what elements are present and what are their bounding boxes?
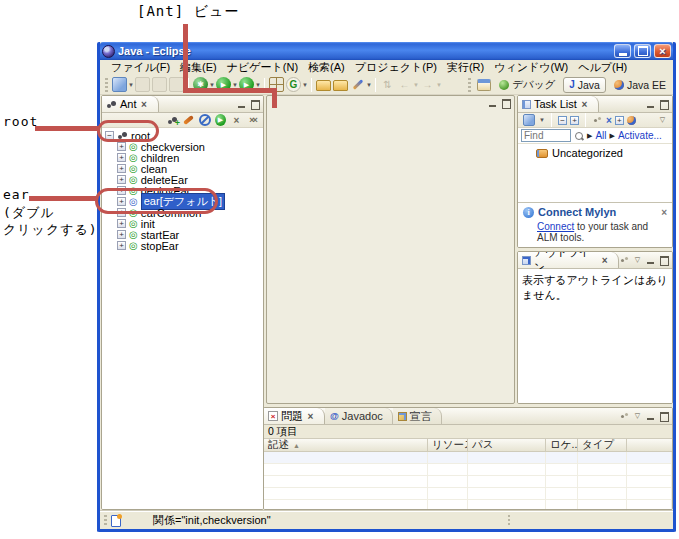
close-icon[interactable] [601, 255, 610, 266]
maximize-button[interactable] [634, 44, 651, 58]
tab-ant[interactable]: Ant [102, 96, 159, 112]
tab-task-list[interactable]: Task List [518, 96, 599, 112]
column-path[interactable]: パス [468, 439, 546, 451]
expand-icon[interactable] [117, 219, 126, 228]
problems-table-body[interactable] [264, 452, 672, 510]
maximize-view-icon[interactable] [249, 99, 260, 109]
export-folder-icon[interactable] [333, 80, 348, 91]
tab-problems[interactable]: 問題 [264, 408, 325, 424]
clear-icon[interactable] [606, 115, 612, 126]
group-by-icon[interactable] [570, 116, 579, 125]
tab-outline[interactable]: アウトライン [518, 252, 619, 268]
minimize-view-icon[interactable] [645, 411, 656, 421]
menu-item-navigate[interactable]: ナビゲート(N) [222, 60, 303, 75]
menu-item-project[interactable]: プロジェクト(P) [350, 60, 442, 75]
problems-table-header: 記述 リソース パス ロケ... タイプ [264, 438, 672, 452]
chevron-down-icon[interactable]: ▼ [255, 82, 261, 88]
menu-item-search[interactable]: 検索(A) [303, 60, 350, 75]
run-target-icon[interactable] [215, 114, 226, 126]
expand-icon[interactable] [117, 142, 126, 151]
column-description[interactable]: 記述 [264, 439, 428, 451]
minimize-view-icon[interactable] [487, 98, 498, 108]
close-icon[interactable] [580, 99, 589, 110]
expand-icon[interactable] [117, 175, 126, 184]
close-icon[interactable] [661, 207, 667, 218]
filter-all-link[interactable]: All [595, 130, 606, 141]
tree-item-deleteEar[interactable]: deleteEar [102, 174, 263, 185]
minimize-view-icon[interactable] [236, 99, 247, 109]
category-uncategorized[interactable]: Uncategorized [536, 147, 672, 159]
tree-item-init[interactable]: init [102, 218, 263, 229]
menu-item-help[interactable]: ヘルプ(H) [573, 60, 632, 75]
expand-icon[interactable] [117, 241, 126, 250]
expand-icon[interactable] [117, 164, 126, 173]
tree-item-checkversion[interactable]: checkversion [102, 141, 263, 152]
perspective-javaee[interactable]: Java EE [609, 78, 671, 92]
activate-link[interactable]: Activate... [618, 130, 662, 141]
minimize-view-icon[interactable] [645, 99, 656, 109]
connector-icon[interactable] [627, 116, 636, 125]
focus-icon[interactable] [619, 255, 630, 265]
column-resource[interactable]: リソース [428, 439, 468, 451]
open-perspective-icon[interactable] [477, 79, 491, 91]
chevron-down-icon[interactable]: ▼ [209, 82, 215, 88]
column-type[interactable]: タイプ [578, 439, 627, 451]
minimize-button[interactable] [614, 44, 631, 58]
connect-link[interactable]: Connect [537, 221, 574, 232]
menu-item-file[interactable]: ファイル(F) [106, 60, 175, 75]
remove-all-icon[interactable] [246, 114, 259, 127]
generate-icon[interactable] [286, 77, 301, 92]
add-buildfiles-icon[interactable]: + [166, 114, 179, 127]
editor-area[interactable] [266, 95, 515, 404]
chevron-down-icon[interactable]: ▼ [302, 82, 308, 88]
chevron-down-icon[interactable]: ▼ [232, 82, 238, 88]
remove-icon[interactable] [230, 114, 243, 127]
filter-internal-targets-icon[interactable] [198, 114, 211, 127]
tab-javadoc[interactable]: Javadoc [325, 408, 393, 424]
toolbar-grip[interactable] [468, 78, 471, 92]
tree-item-clean[interactable]: clean [102, 163, 263, 174]
menu-item-run[interactable]: 実行(R) [442, 60, 489, 75]
toolbar-grip[interactable] [105, 78, 108, 92]
categorized-icon[interactable] [558, 116, 567, 125]
new-wizard-icon[interactable] [112, 77, 127, 92]
tree-item-stopEar[interactable]: stopEar [102, 240, 263, 251]
close-button[interactable] [654, 44, 671, 58]
chevron-down-icon[interactable]: ▼ [539, 117, 545, 123]
tree-item-children[interactable]: children [102, 152, 263, 163]
chevron-down-icon[interactable]: ▼ [128, 82, 134, 88]
menu-item-window[interactable]: ウィンドウ(W) [489, 60, 573, 75]
maximize-view-icon[interactable] [658, 411, 669, 421]
expand-icon[interactable] [117, 230, 126, 239]
perspective-java[interactable]: J Java [563, 77, 606, 93]
maximize-view-icon[interactable] [658, 99, 669, 109]
close-icon[interactable] [306, 411, 315, 422]
view-menu-icon[interactable] [632, 255, 643, 265]
search-buildfiles-icon[interactable] [182, 114, 195, 127]
filter-icon[interactable] [619, 411, 630, 421]
table-row [264, 500, 672, 510]
debug-perspective-icon [499, 80, 509, 90]
open-folder-icon[interactable] [316, 80, 331, 91]
sort-ascending-icon [293, 442, 300, 449]
maximize-view-icon[interactable] [658, 255, 669, 265]
close-icon[interactable] [140, 99, 149, 110]
chevron-down-icon[interactable]: ▼ [366, 82, 372, 88]
view-menu-icon[interactable] [657, 115, 668, 125]
new-task-icon[interactable] [523, 114, 535, 126]
find-input[interactable] [521, 129, 571, 142]
scheduled-icon[interactable] [592, 115, 603, 125]
tree-item-startEar[interactable]: startEar [102, 229, 263, 240]
search-wand-icon[interactable] [350, 77, 365, 92]
view-menu-icon[interactable] [632, 411, 643, 421]
maximize-view-icon[interactable] [500, 98, 511, 108]
perspective-debug[interactable]: デバッグ [494, 77, 560, 93]
callout-line-vertical [183, 24, 188, 90]
expand-icon[interactable] [117, 153, 126, 162]
minimize-view-icon[interactable] [645, 255, 656, 265]
tip-icon[interactable] [111, 515, 121, 527]
tab-declaration[interactable]: 宣言 [393, 408, 442, 424]
column-location[interactable]: ロケ... [546, 439, 578, 451]
collapse-all-icon[interactable] [615, 116, 624, 125]
problems-icon [268, 411, 278, 421]
